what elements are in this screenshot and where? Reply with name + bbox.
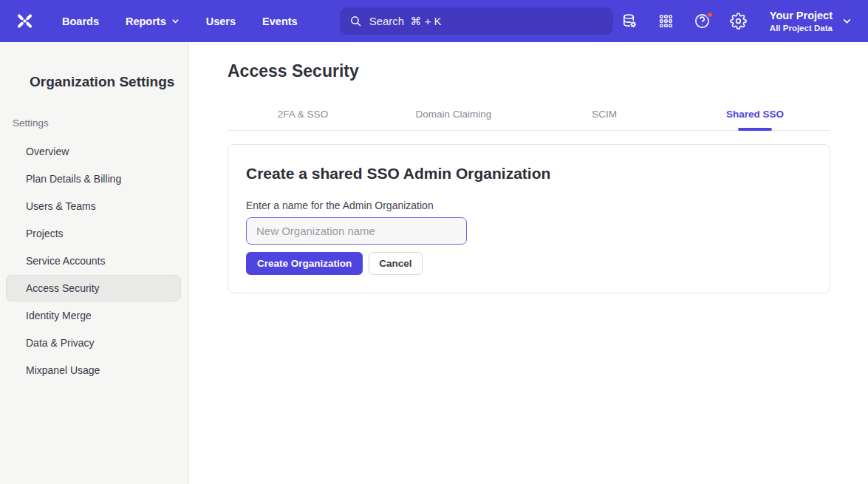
nav-events[interactable]: Events [262, 16, 298, 27]
mixpanel-logo-icon [15, 11, 35, 31]
chevron-down-icon [842, 16, 852, 26]
project-name: Your Project [770, 9, 833, 23]
navbar-right-group: Your Project All Project Data [621, 9, 852, 34]
sidebar-title: Organization Settings [0, 42, 188, 91]
page-title: Access Security [228, 42, 830, 81]
nav-reports-label: Reports [126, 16, 166, 27]
tab-domain-claiming[interactable]: Domain Claiming [378, 98, 529, 130]
sidebar-item-service-accounts[interactable]: Service Accounts [6, 248, 181, 274]
nav-events-label: Events [262, 16, 298, 27]
global-search[interactable] [340, 7, 613, 35]
notification-dot [706, 11, 714, 18]
apps-grid-button[interactable] [657, 13, 675, 30]
org-name-input[interactable] [246, 217, 467, 245]
tab-shared-sso[interactable]: Shared SSO [680, 98, 830, 130]
project-scope: All Project Data [770, 23, 833, 34]
sidebar-item-users-teams[interactable]: Users & Teams [6, 193, 181, 219]
nav-boards-label: Boards [62, 16, 99, 27]
main-content: Access Security 2FA & SSO Domain Claimin… [189, 42, 868, 484]
nav-users-label: Users [206, 16, 236, 27]
sidebar-item-mixpanel-usage[interactable]: Mixpanel Usage [6, 357, 181, 384]
help-button[interactable] [694, 13, 711, 30]
search-icon [349, 15, 362, 27]
search-input[interactable] [369, 15, 604, 27]
chevron-down-icon [171, 17, 180, 25]
sidebar-item-projects[interactable]: Projects [6, 220, 181, 247]
apps-grid-icon [658, 13, 674, 29]
cancel-button[interactable]: Cancel [369, 252, 422, 275]
sidebar-nav: Overview Plan Details & Billing Users & … [0, 138, 188, 384]
card-actions: Create Organization Cancel [246, 252, 812, 275]
shared-sso-card: Create a shared SSO Admin Organization E… [228, 144, 830, 293]
nav-boards[interactable]: Boards [62, 16, 99, 27]
card-title: Create a shared SSO Admin Organization [246, 163, 812, 183]
sidebar-item-overview[interactable]: Overview [6, 138, 181, 165]
project-switcher[interactable]: Your Project All Project Data [770, 9, 852, 34]
sidebar-item-identity-merge[interactable]: Identity Merge [6, 302, 181, 329]
create-organization-button[interactable]: Create Organization [246, 252, 363, 275]
top-navbar: Boards Reports Users Events [0, 0, 868, 42]
sidebar-item-access-security[interactable]: Access Security [6, 275, 181, 301]
primary-nav: Boards Reports Users Events [62, 16, 298, 27]
data-pipeline-icon [621, 13, 638, 30]
nav-users[interactable]: Users [206, 16, 236, 27]
tab-2fa-sso[interactable]: 2FA & SSO [228, 98, 378, 130]
sidebar-item-data-privacy[interactable]: Data & Privacy [6, 330, 181, 356]
tab-scim[interactable]: SCIM [529, 98, 680, 130]
nav-reports[interactable]: Reports [126, 16, 180, 27]
sidebar-item-plan-details-billing[interactable]: Plan Details & Billing [6, 166, 181, 192]
org-settings-sidebar: Organization Settings Settings Overview … [0, 42, 189, 484]
mixpanel-logo[interactable] [15, 11, 35, 31]
settings-button[interactable] [730, 13, 748, 30]
access-security-tabs: 2FA & SSO Domain Claiming SCIM Shared SS… [228, 98, 830, 131]
settings-gear-icon [730, 13, 747, 30]
data-pipeline-button[interactable] [621, 13, 639, 30]
sidebar-section-label: Settings [13, 117, 188, 129]
org-name-label: Enter a name for the Admin Organization [246, 200, 812, 211]
